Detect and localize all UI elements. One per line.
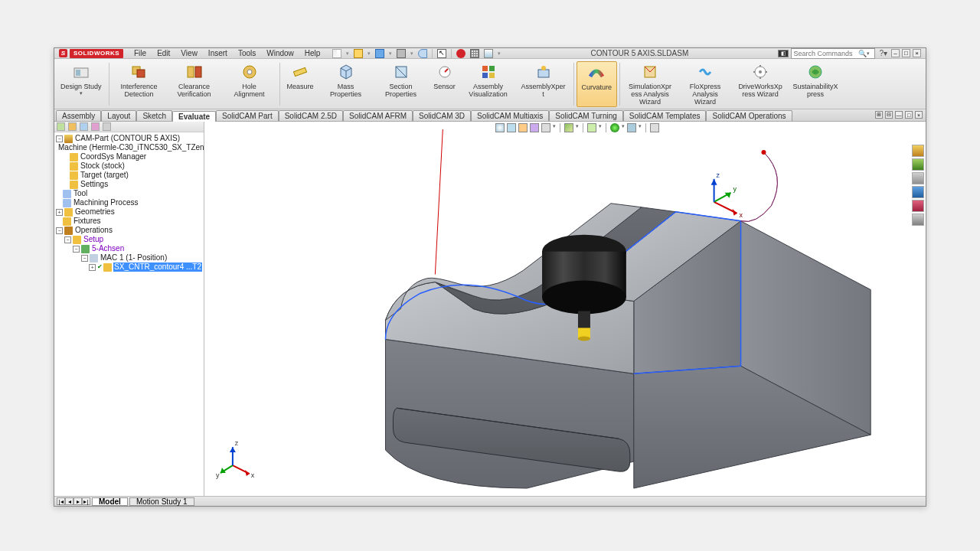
tree-machine[interactable]: Machine (Hermle-C30_iTNC530_SX_TZeng) <box>57 143 204 152</box>
restore-button[interactable]: □ <box>902 49 910 57</box>
tab-solidcam-multiaxis[interactable]: SolidCAM Multiaxis <box>471 110 549 121</box>
driveworksxpress-button[interactable]: DriveWorksXpress Wizard <box>733 61 788 107</box>
view-orient-icon[interactable] <box>541 123 550 132</box>
view-palette-tab-icon[interactable] <box>912 186 924 198</box>
search-input[interactable] <box>793 50 858 57</box>
feature-tree[interactable]: −CAM-Part (CONTOUR 5 AXIS) Machine (Herm… <box>54 132 204 273</box>
tab-evaluate[interactable]: Evaluate <box>172 111 216 122</box>
tree-display-icon[interactable] <box>91 122 100 131</box>
view-triad[interactable]: x y z <box>216 439 255 479</box>
search-commands-box[interactable]: 🔍 ▾ <box>791 48 875 59</box>
search-icon[interactable]: 🔍 <box>858 50 867 57</box>
view-restore-icon[interactable]: □ <box>905 111 913 119</box>
view-tile-icon[interactable]: ⊟ <box>885 111 893 119</box>
menu-edit[interactable]: Edit <box>152 48 175 58</box>
interference-detection-button[interactable]: Interference Detection <box>112 61 167 107</box>
scene-icon[interactable] <box>627 123 636 132</box>
resources-tab-icon[interactable] <box>912 145 924 157</box>
floxpress-button[interactable]: FloXpress Analysis Wizard <box>678 61 733 107</box>
tree-filter-icon[interactable] <box>57 122 65 131</box>
display-style-icon[interactable] <box>564 123 573 132</box>
nav-last-button[interactable]: ▸| <box>82 497 90 505</box>
tab-solidcam-operations[interactable]: SolidCAM Operations <box>706 110 792 121</box>
assembly-xpert-button[interactable]: AssemblyXpert <box>516 61 571 107</box>
menu-file[interactable]: File <box>129 48 151 58</box>
tree-hide-icon[interactable] <box>103 122 111 131</box>
nav-next-button[interactable]: ▸ <box>74 497 82 505</box>
tab-assembly[interactable]: Assembly <box>56 110 101 121</box>
minimize-button[interactable]: – <box>891 49 900 57</box>
tree-selected-op[interactable]: SX_CNTR_contour4 ...T2 <box>113 262 202 272</box>
options-icon[interactable] <box>470 49 479 58</box>
save-icon[interactable] <box>375 49 384 58</box>
tab-solidcam-3d[interactable]: SolidCAM 3D <box>413 110 471 121</box>
tree-operations[interactable]: Operations <box>74 226 113 235</box>
custom-props-tab-icon[interactable] <box>912 214 924 226</box>
tab-layout[interactable]: Layout <box>101 110 136 121</box>
nav-prev-button[interactable]: ◂ <box>65 497 74 505</box>
sustainabilityxpress-button[interactable]: SustainabilityXpress <box>788 61 843 107</box>
rebuild-icon[interactable] <box>456 49 466 58</box>
mass-properties-button[interactable]: Mass Properties <box>318 61 374 107</box>
menu-help[interactable]: Help <box>300 48 325 58</box>
appearances-tab-icon[interactable] <box>912 200 924 212</box>
view-normal-icon[interactable]: ⊞ <box>875 111 883 119</box>
new-icon[interactable] <box>332 49 341 58</box>
tree-view-icon[interactable] <box>68 122 77 131</box>
tab-sketch[interactable]: Sketch <box>136 110 172 121</box>
select-icon[interactable]: ↖ <box>437 49 446 58</box>
screen-capture-icon[interactable] <box>484 49 493 58</box>
simulationxpress-button[interactable]: SimulationXpress Analysis Wizard <box>622 61 678 107</box>
measure-button[interactable]: Measure <box>283 61 318 107</box>
tree-fixtures[interactable]: Fixtures <box>73 217 102 226</box>
clearance-verification-button[interactable]: Clearance Verification <box>167 61 222 107</box>
tree-settings[interactable]: Settings <box>80 180 109 189</box>
zoom-fit-icon[interactable] <box>495 123 505 132</box>
file-explorer-tab-icon[interactable] <box>912 172 924 184</box>
hide-show-icon[interactable] <box>587 123 596 132</box>
prev-view-icon[interactable] <box>518 123 528 132</box>
graphics-viewport[interactable]: ▾ ▾ ▾ ▾ ▾ <box>204 122 926 496</box>
nav-first-button[interactable]: |◂ <box>57 497 65 505</box>
search-type-icon[interactable]: ◧ <box>778 50 789 57</box>
status-tab-model[interactable]: Model <box>92 497 128 506</box>
sensor-button[interactable]: Sensor <box>429 61 461 107</box>
tree-config-icon[interactable] <box>80 122 88 131</box>
tree-5achsen[interactable]: 5-Achsen <box>91 244 125 253</box>
section-properties-button[interactable]: Section Properties <box>374 61 429 107</box>
tree-stock[interactable]: Stock (stock) <box>80 161 126 171</box>
design-library-tab-icon[interactable] <box>912 158 924 171</box>
design-study-button[interactable]: Design Study▾ <box>56 61 106 107</box>
status-tab-motion[interactable]: Motion Study 1 <box>129 497 194 506</box>
curvature-button[interactable]: Curvature <box>577 61 618 107</box>
tab-solidcam-templates[interactable]: SolidCAM Templates <box>623 110 707 121</box>
view-settings-icon[interactable] <box>650 123 659 132</box>
tree-root[interactable]: CAM-Part (CONTOUR 5 AXIS) <box>74 134 181 143</box>
zoom-area-icon[interactable] <box>507 123 516 132</box>
section-view-icon[interactable] <box>530 123 539 132</box>
view-close-icon[interactable]: × <box>915 111 923 119</box>
open-icon[interactable] <box>354 49 363 58</box>
hole-alignment-button[interactable]: Hole Alignment <box>222 61 277 107</box>
menu-tools[interactable]: Tools <box>234 48 260 58</box>
tab-solidcam-afrm[interactable]: SolidCAM AFRM <box>343 110 413 121</box>
help-icon[interactable]: ?▾ <box>877 49 889 57</box>
close-button[interactable]: × <box>913 49 921 57</box>
tree-coordsys[interactable]: CoordSys Manager <box>80 152 147 161</box>
menu-view[interactable]: View <box>176 48 202 58</box>
menu-insert[interactable]: Insert <box>204 48 232 58</box>
tab-solidcam-25d[interactable]: SolidCAM 2.5D <box>279 110 343 121</box>
tab-solidcam-turning[interactable]: SolidCAM Turning <box>549 110 623 121</box>
menu-window[interactable]: Window <box>262 48 299 58</box>
appearance-icon[interactable] <box>610 123 619 132</box>
tree-setup[interactable]: Setup <box>83 235 104 244</box>
tree-mac1[interactable]: MAC 1 (1- Position) <box>100 253 168 262</box>
tree-tool[interactable]: Tool <box>73 189 88 198</box>
print-icon[interactable] <box>397 49 406 58</box>
tree-machproc[interactable]: Machining Process <box>73 198 139 207</box>
tree-target[interactable]: Target (target) <box>80 171 129 180</box>
assembly-visualization-button[interactable]: Assembly Visualization <box>461 61 516 107</box>
tab-solidcam-part[interactable]: SolidCAM Part <box>216 110 279 121</box>
tree-geometries[interactable]: Geometries <box>74 207 116 217</box>
view-collapse-icon[interactable]: — <box>895 111 903 119</box>
